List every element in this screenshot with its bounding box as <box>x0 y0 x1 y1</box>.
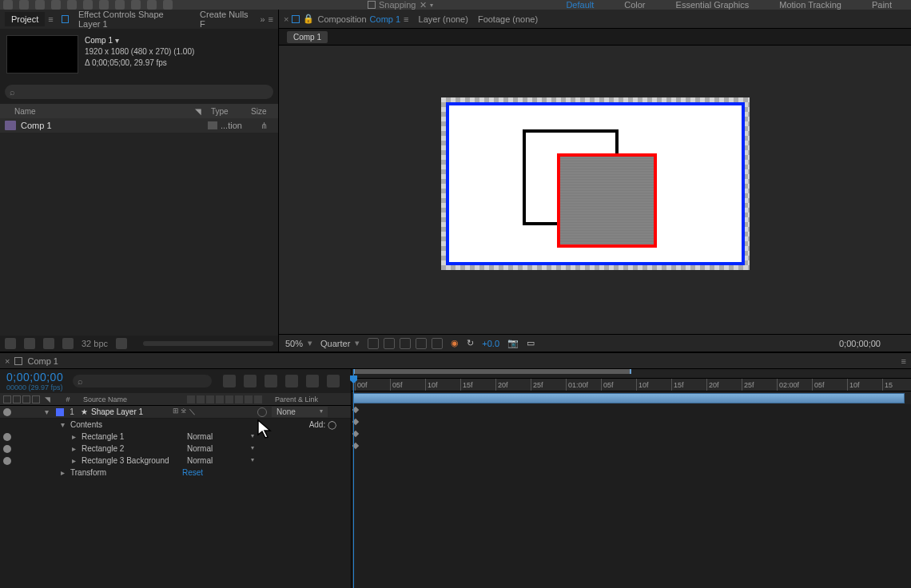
tool-icon[interactable] <box>99 0 109 10</box>
bit-depth[interactable]: 32 bpc <box>82 339 108 348</box>
timeline-search-input[interactable]: ⌕ <box>73 375 212 387</box>
resolution-select[interactable]: Quarter▾ <box>320 338 360 348</box>
label-col-icon[interactable]: ◥ <box>45 395 56 403</box>
tool-icon[interactable] <box>67 0 77 10</box>
twirl-icon[interactable]: ▾ <box>45 407 54 416</box>
blend-mode-dropdown[interactable]: Normal▾ <box>182 444 259 453</box>
shape-name[interactable]: Rectangle 3 Background <box>80 456 182 465</box>
col-label-icon[interactable]: ◥ <box>195 107 208 116</box>
col-type[interactable]: Type <box>211 107 248 116</box>
new-comp-icon[interactable] <box>43 338 54 349</box>
reset-exposure-icon[interactable]: ↻ <box>467 338 474 348</box>
workspace-paint[interactable]: Paint <box>869 0 895 10</box>
frame-blend-icon[interactable] <box>285 375 298 387</box>
visibility-toggle[interactable] <box>3 408 11 416</box>
shape-group-row[interactable]: ▸ Rectangle 3 Background Normal▾ <box>0 455 351 467</box>
shape-group-row[interactable]: ▸ Rectangle 2 Normal▾ <box>0 443 351 455</box>
project-item-row[interactable]: Comp 1 ...tion ⋔ <box>0 118 278 133</box>
workspace-default[interactable]: Default <box>563 0 597 10</box>
workspace-color[interactable]: Color <box>621 0 648 10</box>
tab-project[interactable]: Project <box>5 12 45 26</box>
blend-mode-dropdown[interactable]: Normal▾ <box>182 456 259 465</box>
close-icon[interactable]: × <box>5 356 10 366</box>
pickwhip-icon[interactable] <box>257 407 267 417</box>
twirl-right-icon[interactable]: ▸ <box>56 468 69 477</box>
tab-create-nulls[interactable]: Create Nulls F <box>193 7 257 31</box>
composition-canvas[interactable] <box>279 45 911 334</box>
layer-row[interactable]: ▾ 1 ★ Shape Layer 1 ⊞※＼ None▾ <box>0 406 351 419</box>
playhead[interactable] <box>353 369 354 588</box>
reset-link[interactable]: Reset <box>182 468 203 477</box>
keyframe-track[interactable] <box>352 404 911 416</box>
lock-col-icon[interactable] <box>32 395 40 403</box>
shape-rectangle-2[interactable] <box>557 153 657 248</box>
blend-mode-dropdown[interactable]: Normal▾ <box>182 432 259 441</box>
trash-icon[interactable] <box>116 338 127 349</box>
shape-rectangle-3-background[interactable] <box>446 102 745 265</box>
workspace-essential-graphics[interactable]: Essential Graphics <box>673 0 753 10</box>
breadcrumb-item[interactable]: Comp 1 <box>287 31 328 43</box>
tool-icon[interactable] <box>3 0 13 10</box>
layer-bar-track[interactable] <box>352 391 911 404</box>
tab-effect-controls[interactable]: Effect Controls Shape Layer 1 <box>72 7 190 31</box>
new-folder-icon[interactable] <box>24 338 35 349</box>
interpret-footage-icon[interactable] <box>5 338 16 349</box>
snapping-checkbox[interactable] <box>368 1 376 9</box>
panel-menu-icon[interactable]: ≡ <box>48 14 53 24</box>
tab-composition[interactable]: × 🔒 Composition Comp 1 ≡ <box>284 14 409 24</box>
parent-dropdown[interactable]: None▾ <box>272 407 328 417</box>
overflow-icon[interactable]: » <box>260 14 265 24</box>
visibility-toggle[interactable] <box>3 445 11 453</box>
video-col-icon[interactable] <box>3 395 11 403</box>
graph-editor-icon[interactable] <box>327 375 340 387</box>
col-size[interactable]: Size <box>251 107 273 116</box>
tool-icon[interactable] <box>131 0 141 10</box>
tab-footage[interactable]: Footage (none) <box>478 14 538 24</box>
workspace-motion-tracking[interactable]: Motion Tracking <box>776 0 845 10</box>
tool-icon[interactable] <box>83 0 93 10</box>
snapshot-icon[interactable]: 📷 <box>507 338 519 348</box>
work-area-range[interactable] <box>353 369 631 374</box>
time-ruler[interactable]: 00f05f10f15f20f25f01:00f05f10f15f20f25f0… <box>352 379 911 391</box>
draft-3d-icon[interactable] <box>244 375 257 387</box>
exposure-value[interactable]: +0.0 <box>482 339 499 348</box>
viewer-timecode[interactable]: 0;00;00;00 <box>839 339 881 348</box>
comp-mini-flow-icon[interactable] <box>223 375 236 387</box>
add-menu-icon[interactable]: ◯ <box>328 420 336 429</box>
tool-icon[interactable] <box>51 0 61 10</box>
tool-icon[interactable] <box>35 0 45 10</box>
solo-col-icon[interactable] <box>22 395 30 403</box>
show-snapshot-icon[interactable]: ▭ <box>527 338 535 348</box>
color-management-icon[interactable]: ◉ <box>451 338 459 348</box>
transparency-icon[interactable] <box>432 338 443 349</box>
shape-name[interactable]: Rectangle 2 <box>80 444 182 453</box>
guides-icon[interactable] <box>384 338 395 349</box>
keyframe-track[interactable] <box>352 440 911 452</box>
grid-icon[interactable] <box>368 338 379 349</box>
close-icon[interactable]: ✕ <box>420 0 427 10</box>
keyframe-track[interactable] <box>352 416 911 428</box>
project-list-area[interactable] <box>0 133 278 336</box>
shy-icon[interactable] <box>265 375 277 387</box>
layer-duration-bar[interactable] <box>353 393 905 403</box>
shape-name[interactable]: Rectangle 1 <box>80 432 182 441</box>
timeline-tab-name[interactable]: Comp 1 <box>27 356 58 366</box>
chevron-down-icon[interactable]: ▾ <box>430 2 433 9</box>
adjust-icon[interactable] <box>62 338 74 349</box>
project-item-label[interactable] <box>208 121 217 129</box>
current-time-display[interactable]: 0;00;00;00 <box>6 371 63 383</box>
col-name[interactable]: Name <box>5 107 192 116</box>
tab-layer[interactable]: Layer (none) <box>419 14 468 24</box>
visibility-toggle[interactable] <box>3 433 11 441</box>
tool-icon[interactable] <box>19 0 29 10</box>
project-search-input[interactable]: ⌕ <box>5 85 273 99</box>
twirl-right-icon[interactable]: ▸ <box>67 432 80 441</box>
comp-name-dropdown-icon[interactable]: ▾ <box>115 36 119 45</box>
visibility-toggle[interactable] <box>3 457 11 465</box>
transform-row[interactable]: ▸ Transform Reset <box>0 467 351 479</box>
shape-group-row[interactable]: ▸ Rectangle 1 Normal▾ <box>0 431 351 443</box>
layer-label-color[interactable] <box>56 408 64 416</box>
contents-row[interactable]: ▾ Contents Add: ◯ <box>0 419 351 431</box>
twirl-right-icon[interactable]: ▸ <box>67 444 80 453</box>
panel-menu-icon[interactable]: ≡ <box>404 14 408 24</box>
